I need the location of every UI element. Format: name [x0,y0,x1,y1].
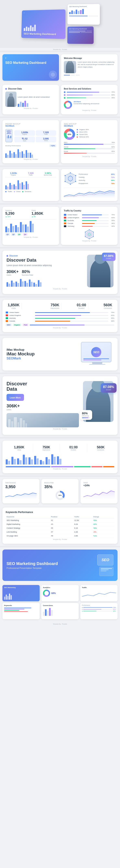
imac-section-title: iMac Mockup [6,351,77,356]
svg-point-13 [89,229,90,230]
mockup-row: Iphone Mockup SEOMark 1,92 [0,118,120,165]
template-credit-5: Template By · Proslide [5,236,56,238]
welcome-card: Welcome Message Lorem ipsum dolor sit am… [61,54,118,81]
bottom-hero-text: SEO Marketing Dashboard Professional Pre… [6,561,58,569]
metric-impressions-large: 750K Impressions [48,303,62,309]
metric-views: 3,595 Views [36,136,56,142]
country-au: Australia 55% [64,220,115,221]
thumbnail-grid: SEO Marketing Analytics 68% Traffic Keyw… [0,583,120,622]
seo-badge-large: SEO [91,347,101,357]
col-traffic: Traffic [73,515,92,519]
svg-point-18 [85,231,86,232]
template-credit-final: Template By · Proslide [0,622,120,627]
template-credit-8: Template By · Proslide [6,326,114,329]
discover-large-section: DiscoverData Learn More 306K+ Users [2,376,118,435]
bottom-hero-subtitle: Professional Presentation Template [6,567,58,569]
four-metric-3: 01:00 Duration [60,444,87,452]
country-ca: Canada 48% [64,222,115,224]
thumb-1: SEO Marketing [2,585,40,601]
q2-tag: Q2 [11,233,16,236]
metric-conversion-large: 560K Conversion [102,303,114,309]
imac-section-subtitle: SEOMark [6,356,77,360]
col-change: Change [92,515,114,519]
discover-growth-lbl: Growth [103,389,114,391]
progress-email: Email45% [64,151,115,154]
strip-country-us: United States 75% [6,312,114,313]
m-traffic-lbl: Traffic [23,174,39,176]
thumb-2: Analytics 68% [41,585,79,601]
svg-point-6 [75,181,76,182]
q4-tag: Q4 [23,233,28,236]
stat-card-bounce: Bounce Rate 35% 35% [41,479,79,503]
iphone-sublabel: SEOMark [5,125,56,127]
table-row: Digital Marketing #3 8.2K +3% [6,522,114,526]
discover-btn-label[interactable]: Learn More [10,397,21,399]
table-title: Keywords Performance [6,511,114,514]
m-traffic-val: 7,328 [23,172,39,174]
slides-row2: Discover Data Lorem ipsum dolor sit amet… [0,83,120,117]
keywords-table-section: Keywords Performance Keywords Position T… [2,507,118,544]
country-breakdown-card: Traffic by Country United States 75% Uni… [61,207,118,245]
stat-card-trend: Trend +24% [81,479,118,503]
imac-section-label: iMac Mockup [6,348,77,351]
discover-label-small: Discover Data [8,88,22,90]
phone-mockup-shape [5,129,12,142]
svg-point-8 [65,181,66,182]
discover-feature-slide: Discover Discover Data Lorem ipsum dolor… [2,251,118,294]
tag-organic: Organic [13,323,22,326]
stat-clicks: Clicks 1,850K ▲ 8% [32,210,56,218]
svg-point-16 [89,238,90,239]
four-metric-2: 750K Impressions [33,444,60,452]
large-metrics-row: Sessions 5,290 ▲ 12% Clicks 1,850K ▲ 8% [0,205,120,247]
tertiary-slide-3d: SEO Marketing Dashboard [67,27,94,44]
iphone-label: Iphone Mockup [5,123,56,125]
bottom-hero-slide: SEO Marketing Dashboard Professional Pre… [2,550,118,581]
q1-tag: Q1 [5,233,10,236]
discover-data-card-small: Discover Data Lorem ipsum dolor sit amet… [2,85,59,114]
discover-stat1: 306K+ Users [6,269,19,276]
template-credit-9: Template By · Proslide [6,427,114,430]
keywords-table: Keywords Position Traffic Change SEO Mar… [6,515,114,538]
metric-duration-large: 01:00 Duration [75,303,88,309]
metrics-grid-card: 1,928k Organic 7,328 Traffic 3.98% Bounc… [2,169,59,201]
welcome-title: Welcome Message [64,57,115,59]
svg-point-5 [75,175,76,176]
small-stats-grid: Total Sessions 3,950 Bounce Rate 35% [0,477,120,505]
progress-social: Social62% [64,146,115,149]
m-bounce-lbl: Bounce Rate [40,174,56,176]
template-credit-top: Template By · Proslide [0,48,120,51]
bottom-hero-title: SEO Marketing Dashboard [6,561,58,566]
discover-growth-val: 87.08% [103,385,114,389]
performance-tag: +12% [49,144,56,147]
secondary-slide-3d: SEO Marketing Dashboard [68,4,100,25]
table-row: Content Strategy #5 6.1K +8% [6,526,114,530]
col-position: Position [50,515,74,519]
q3-tag: Q3 [17,233,22,236]
best-services-card: Best Services and Solutions 75% 60% [61,85,118,114]
tag-paid: Paid [23,323,29,326]
metric-rank: ₹1.52 Rank [14,136,35,142]
large-numbers-card: Sessions 5,290 ▲ 12% Clicks 1,850K ▲ 8% [2,207,59,245]
tag-seo: SEO [6,323,11,326]
table-row: On-page SEO #9 3.8K +1% [6,534,114,538]
thumb-3: Traffic [80,585,118,601]
svg-point-14 [93,231,94,232]
strip-country-au: Australia 55% [6,317,114,319]
discover-section-label: Discover [9,255,18,257]
hero-section: F SEO Marketing Dashboard SEO Marketing … [0,0,120,48]
metric-clicks-large: 1,850K Clicks [6,303,22,309]
m-organic-val: 1,928k [5,172,22,174]
template-credit-2: Template By · Proslide [64,109,115,112]
hex-chart [64,172,77,186]
table-row: SEO Marketing #1 12.5K +5% [6,518,114,522]
svg-point-7 [70,184,71,185]
table-row: Link Building #7 4.3K -2% [6,530,114,534]
services-tag: SEOMark [74,101,115,102]
growth-badge-val: 87.08% [104,254,114,257]
svg-point-15 [93,236,94,237]
country-us: United States 75% [64,214,115,216]
template-credit-11: Template By · Proslide [6,538,114,540]
hero-main-title: SEO Marketing Dashboard [24,32,63,36]
thumb-4: Keywords [2,603,40,619]
svg-point-17 [85,236,86,237]
